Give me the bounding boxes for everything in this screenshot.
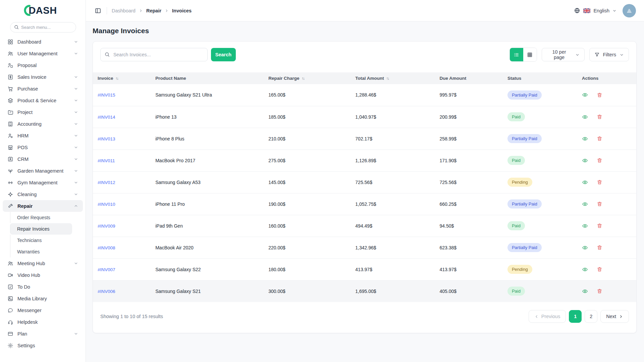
- chevron-right-icon: [139, 9, 143, 13]
- delete-icon[interactable]: [597, 92, 602, 98]
- column-header: Invoice↑↓: [93, 72, 153, 84]
- delete-icon[interactable]: [597, 266, 602, 272]
- invoice-link[interactable]: #INV008: [98, 245, 115, 250]
- sidebar-item[interactable]: Garden Management: [3, 165, 83, 177]
- page-number-button[interactable]: 1: [569, 310, 582, 323]
- due-amount-cell: 725.56$: [437, 171, 505, 193]
- filters-button[interactable]: Filters: [589, 48, 629, 61]
- table-row: #INV009 iPad 9th Gen 160.00$ 494.49$ 94.…: [93, 215, 636, 237]
- chevron-icon: [74, 261, 78, 265]
- sidebar-item[interactable]: To Do: [3, 281, 83, 293]
- sidebar-item[interactable]: User Management: [3, 48, 83, 59]
- view-icon[interactable]: [582, 92, 588, 98]
- sidebar-item[interactable]: Plan: [3, 328, 83, 340]
- gear-icon: [7, 343, 13, 349]
- sidebar-item[interactable]: Dashboard: [3, 36, 83, 48]
- users-icon: [7, 51, 13, 57]
- page-number-button[interactable]: 2: [585, 310, 597, 323]
- sidebar-toggle-icon[interactable]: [94, 7, 102, 15]
- view-icon[interactable]: [582, 179, 588, 185]
- search-button[interactable]: Search: [211, 48, 236, 61]
- chevron-icon: [74, 110, 78, 114]
- sidebar-search-input[interactable]: [10, 22, 76, 33]
- delete-icon[interactable]: [597, 223, 602, 229]
- invoice-link[interactable]: #INV013: [98, 136, 115, 141]
- sidebar-item[interactable]: Helpdesk: [3, 316, 83, 328]
- invoice-link[interactable]: #INV007: [98, 267, 115, 272]
- due-amount-cell: 995.97$: [437, 84, 505, 106]
- sidebar-item[interactable]: Repair: [3, 200, 83, 212]
- chevron-icon: [74, 51, 78, 56]
- next-page-button[interactable]: Next: [600, 310, 629, 323]
- sidebar-item[interactable]: Warranties: [10, 246, 72, 257]
- per-page-select[interactable]: 10 per page: [542, 48, 585, 61]
- chevron-icon: [74, 169, 78, 173]
- view-icon[interactable]: [582, 266, 588, 273]
- delete-icon[interactable]: [597, 245, 602, 250]
- invoice-link[interactable]: #INV010: [98, 202, 115, 207]
- sidebar-item[interactable]: Project: [3, 106, 83, 118]
- view-icon[interactable]: [582, 288, 588, 294]
- view-icon[interactable]: [582, 245, 588, 251]
- delete-icon[interactable]: [597, 136, 602, 141]
- sidebar-item[interactable]: Settings: [3, 340, 83, 351]
- breadcrumb-dashboard[interactable]: Dashboard: [112, 8, 136, 13]
- sidebar-item[interactable]: Gym Management: [3, 177, 83, 188]
- sidebar-item[interactable]: Accounting: [3, 118, 83, 130]
- view-icon[interactable]: [582, 223, 588, 229]
- sidebar-item[interactable]: Messenger: [3, 304, 83, 316]
- table-row: #INV006 Samsung Galaxy S21 300.00$ 1,695…: [93, 280, 636, 302]
- sort-icon[interactable]: ↑↓: [116, 76, 118, 80]
- previous-page-button[interactable]: Previous: [529, 310, 566, 323]
- delete-icon[interactable]: [597, 179, 602, 185]
- chevron-icon: [74, 98, 78, 103]
- sidebar-item[interactable]: Sales Invoice: [3, 71, 83, 83]
- sidebar-item[interactable]: Repair Invoices: [10, 223, 72, 235]
- folder-icon: [7, 109, 13, 115]
- chevron-right-icon: [619, 314, 623, 319]
- sidebar-item[interactable]: Purchase: [3, 83, 83, 95]
- sidebar-item[interactable]: Video Hub: [3, 269, 83, 281]
- status-badge: Partially Paid: [507, 90, 542, 100]
- avatar[interactable]: [623, 4, 636, 17]
- product-name-cell: MacBook Pro 2017: [153, 149, 266, 171]
- invoice-link[interactable]: #INV012: [98, 180, 115, 185]
- grid-view-icon[interactable]: [523, 48, 537, 61]
- language-selector[interactable]: English: [574, 7, 616, 14]
- product-name-cell: Samsung Galaxy A53: [153, 171, 266, 193]
- invoice-link[interactable]: #INV014: [98, 115, 115, 120]
- total-amount-cell: 1,342.96$: [353, 237, 437, 258]
- sidebar-item[interactable]: HRM: [3, 130, 83, 141]
- view-icon[interactable]: [582, 158, 588, 164]
- table-row: #INV007 Samsung Galaxy S22 180.00$ 413.9…: [93, 258, 636, 280]
- invoice-link[interactable]: #INV009: [98, 224, 115, 229]
- sidebar-item[interactable]: CRM: [3, 153, 83, 165]
- delete-icon[interactable]: [597, 288, 602, 294]
- sort-icon[interactable]: ↑↓: [302, 76, 304, 80]
- breadcrumb-repair[interactable]: Repair: [146, 8, 161, 13]
- view-icon[interactable]: [582, 136, 588, 142]
- invoice-search-input[interactable]: [100, 48, 208, 61]
- delete-icon[interactable]: [597, 114, 602, 120]
- status-badge: Paid: [507, 287, 525, 296]
- sidebar-item[interactable]: Meeting Hub: [3, 257, 83, 269]
- sidebar-item[interactable]: Cleaning: [3, 188, 83, 200]
- sidebar-item[interactable]: POS: [3, 141, 83, 153]
- list-view-icon[interactable]: [510, 48, 523, 61]
- view-icon[interactable]: [582, 114, 588, 120]
- delete-icon[interactable]: [597, 158, 602, 163]
- invoice-link[interactable]: #INV006: [98, 289, 115, 294]
- divider: [107, 7, 107, 14]
- repair-charge-cell: 185.00$: [266, 106, 353, 128]
- sidebar-item[interactable]: Media Library: [3, 293, 83, 304]
- sidebar-item[interactable]: Proposal: [3, 59, 83, 71]
- invoice-link[interactable]: #INV011: [98, 158, 115, 163]
- sidebar-item[interactable]: Product & Service: [3, 95, 83, 106]
- sidebar-item[interactable]: Order Requests: [10, 212, 72, 223]
- invoice-link[interactable]: #INV015: [98, 93, 115, 98]
- sidebar-item[interactable]: Technicians: [10, 235, 72, 246]
- delete-icon[interactable]: [597, 201, 602, 207]
- sort-icon[interactable]: ↑↓: [386, 76, 389, 80]
- view-icon[interactable]: [582, 201, 588, 207]
- filters-label: Filters: [603, 52, 616, 57]
